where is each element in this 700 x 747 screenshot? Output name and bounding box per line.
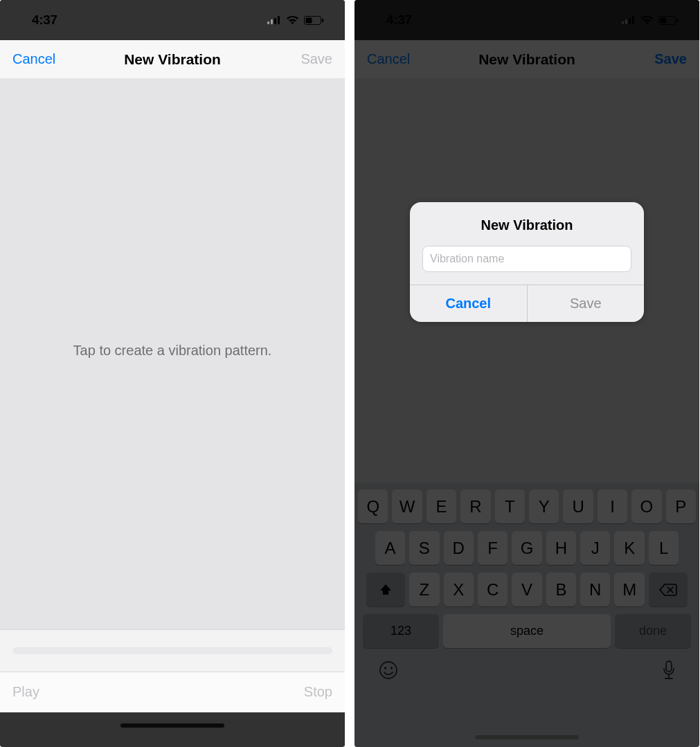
play-button[interactable]: Play xyxy=(12,684,39,700)
wifi-icon xyxy=(640,16,654,25)
cancel-button[interactable]: Cancel xyxy=(12,51,55,67)
status-bar: 4:37 xyxy=(355,0,699,40)
svg-rect-9 xyxy=(629,18,631,24)
home-indicator[interactable] xyxy=(475,735,579,739)
status-indicators xyxy=(622,16,679,25)
cellular-icon xyxy=(267,16,281,24)
key-p[interactable]: P xyxy=(666,489,696,523)
key-z[interactable]: Z xyxy=(409,573,439,606)
svg-rect-10 xyxy=(632,16,634,24)
canvas-hint: Tap to create a vibration pattern. xyxy=(73,343,272,359)
phone-right: 4:37 Cancel New Vibration Save QWER xyxy=(355,0,699,747)
key-c[interactable]: C xyxy=(478,573,508,606)
alert-save-button[interactable]: Save xyxy=(528,285,645,322)
save-button[interactable]: Save xyxy=(654,51,687,67)
alert-cancel-button[interactable]: Cancel xyxy=(410,285,528,322)
svg-rect-13 xyxy=(676,19,678,22)
wifi-icon xyxy=(286,16,299,25)
key-q[interactable]: Q xyxy=(358,489,388,523)
key-s[interactable]: S xyxy=(409,531,439,565)
key-space[interactable]: space xyxy=(443,614,611,648)
keyboard: QWERTYUIOP ASDFGHJKL ZXCVBNM 123 space d… xyxy=(355,483,699,747)
phone-left: 4:37 Cancel New Vibration Save Tap to cr… xyxy=(0,0,345,747)
key-numbers[interactable]: 123 xyxy=(363,614,439,648)
keyboard-footer xyxy=(355,648,699,696)
svg-point-15 xyxy=(384,667,386,669)
key-g[interactable]: G xyxy=(512,531,541,565)
keyboard-row-2: ASDFGHJKL xyxy=(359,531,695,565)
key-r[interactable]: R xyxy=(460,489,490,523)
key-t[interactable]: T xyxy=(495,489,525,523)
vibration-name-input[interactable] xyxy=(422,246,631,272)
key-l[interactable]: L xyxy=(649,531,679,565)
key-h[interactable]: H xyxy=(546,531,576,565)
key-d[interactable]: D xyxy=(444,531,474,565)
status-time: 4:37 xyxy=(386,12,412,28)
home-indicator-area xyxy=(0,712,345,746)
key-f[interactable]: F xyxy=(478,531,508,565)
svg-rect-7 xyxy=(622,21,624,24)
playback-controls: Play Stop xyxy=(0,672,345,712)
cellular-icon xyxy=(622,16,636,24)
save-button[interactable]: Save xyxy=(300,51,332,67)
status-bar: 4:37 xyxy=(0,0,345,40)
wave-panel xyxy=(0,629,345,672)
key-b[interactable]: B xyxy=(546,573,576,606)
key-n[interactable]: N xyxy=(580,573,610,606)
keyboard-row-3: ZXCVBNM xyxy=(359,573,695,606)
stop-button[interactable]: Stop xyxy=(304,684,332,700)
key-k[interactable]: K xyxy=(614,531,644,565)
dictation-icon[interactable] xyxy=(662,660,676,681)
alert-title: New Vibration xyxy=(410,202,644,233)
home-indicator[interactable] xyxy=(120,723,224,728)
svg-rect-12 xyxy=(661,17,667,23)
svg-rect-6 xyxy=(322,19,323,22)
key-v[interactable]: V xyxy=(512,573,541,606)
svg-point-14 xyxy=(380,662,397,678)
status-indicators xyxy=(267,16,324,25)
svg-rect-3 xyxy=(278,16,280,24)
svg-rect-17 xyxy=(666,661,672,672)
svg-rect-2 xyxy=(274,18,276,24)
status-time: 4:37 xyxy=(32,12,57,28)
key-u[interactable]: U xyxy=(563,489,593,523)
key-o[interactable]: O xyxy=(631,489,661,523)
svg-point-16 xyxy=(391,667,393,669)
nav-bar: Cancel New Vibration Save xyxy=(0,40,345,79)
battery-icon xyxy=(658,16,679,25)
svg-rect-8 xyxy=(625,19,627,24)
new-vibration-alert: New Vibration Cancel Save xyxy=(410,202,644,322)
key-j[interactable]: J xyxy=(580,531,610,565)
key-m[interactable]: M xyxy=(614,573,644,606)
key-shift[interactable] xyxy=(366,573,405,606)
vibration-canvas[interactable]: Tap to create a vibration pattern. xyxy=(0,79,345,629)
key-e[interactable]: E xyxy=(427,489,456,523)
nav-bar: Cancel New Vibration Save xyxy=(355,40,699,79)
cancel-button[interactable]: Cancel xyxy=(367,51,410,67)
key-done[interactable]: done xyxy=(615,614,691,648)
battery-icon xyxy=(304,16,324,25)
key-a[interactable]: A xyxy=(375,531,405,565)
key-y[interactable]: Y xyxy=(529,489,559,523)
svg-rect-0 xyxy=(267,21,269,24)
keyboard-row-1: QWERTYUIOP xyxy=(359,489,695,523)
key-x[interactable]: X xyxy=(444,573,474,606)
key-i[interactable]: I xyxy=(598,489,627,523)
svg-rect-1 xyxy=(271,19,273,24)
key-backspace[interactable] xyxy=(649,573,688,606)
emoji-icon[interactable] xyxy=(378,660,399,681)
key-w[interactable]: W xyxy=(392,489,422,523)
wave-track xyxy=(12,647,332,654)
svg-rect-5 xyxy=(306,17,312,23)
